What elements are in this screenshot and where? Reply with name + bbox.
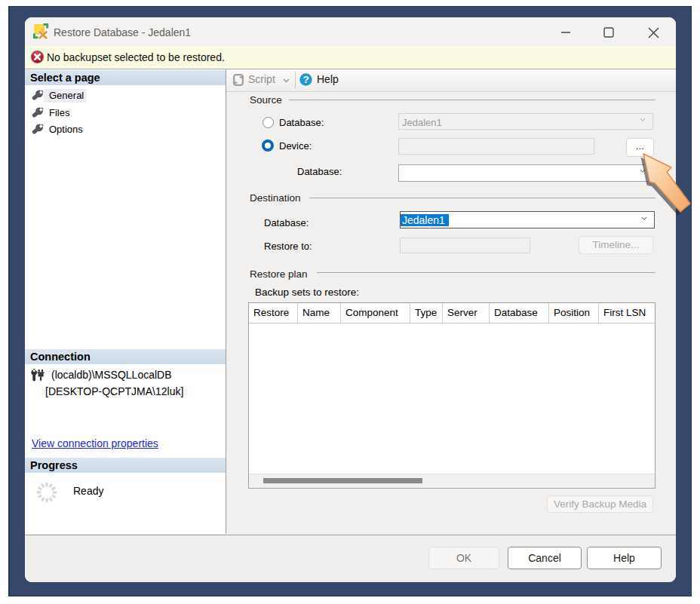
svg-text:?: ? <box>302 74 309 85</box>
